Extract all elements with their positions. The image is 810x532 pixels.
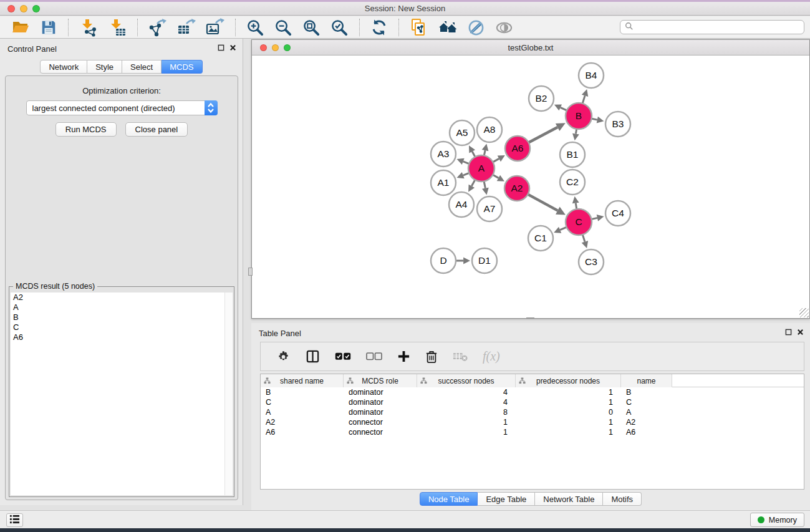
float-panel-icon[interactable]: [218, 44, 224, 51]
table-cell[interactable]: 1: [417, 427, 516, 437]
graph-edge-A-A1[interactable]: [457, 172, 471, 178]
table-row[interactable]: A2connector11A2: [261, 417, 804, 427]
import-table-button[interactable]: [105, 17, 130, 38]
table-cell[interactable]: dominator: [344, 397, 417, 407]
add-button[interactable]: [392, 347, 416, 365]
graph-node-B3[interactable]: B3: [605, 112, 630, 137]
close-table-panel-icon[interactable]: [797, 329, 804, 336]
preview-button[interactable]: [492, 17, 516, 38]
table-row[interactable]: Cdominator41C: [261, 397, 804, 407]
table-cell[interactable]: 4: [417, 397, 516, 407]
graph-node-A[interactable]: A: [468, 155, 494, 181]
zoom-check-button[interactable]: [327, 17, 352, 38]
settings-button[interactable]: [271, 347, 296, 366]
column-header-name[interactable]: name: [621, 374, 672, 387]
graph-node-C2[interactable]: C2: [560, 170, 585, 195]
graph-edge-C-C1[interactable]: [554, 226, 567, 233]
columns-button[interactable]: [300, 347, 325, 366]
graph-edge-B-B2[interactable]: [554, 104, 568, 111]
search-input[interactable]: [637, 21, 804, 33]
table-cell[interactable]: connector: [344, 427, 417, 437]
graph-edge-D-D1[interactable]: [455, 258, 470, 264]
column-header-successor-nodes[interactable]: successor nodes: [417, 374, 516, 387]
zoom-in-button[interactable]: [243, 17, 268, 38]
column-header-predecessor-nodes[interactable]: predecessor nodes: [516, 374, 621, 387]
table-cell[interactable]: 1: [516, 387, 621, 397]
graph-node-C[interactable]: C: [566, 209, 592, 235]
graph-node-B1[interactable]: B1: [560, 142, 585, 167]
table-cell[interactable]: dominator: [344, 387, 417, 397]
mcds-result-item[interactable]: C: [11, 322, 224, 332]
close-panel-icon[interactable]: [229, 44, 236, 51]
table-cell[interactable]: 4: [417, 387, 516, 397]
home-button[interactable]: [435, 17, 460, 38]
mcds-result-item[interactable]: B: [11, 312, 224, 322]
mcds-result-item[interactable]: A6: [11, 332, 224, 342]
tab-motifs[interactable]: Motifs: [603, 492, 642, 506]
table-row[interactable]: A6connector11A6: [261, 427, 804, 437]
table-cell[interactable]: C: [621, 397, 672, 407]
graph-edge-A-A7[interactable]: [482, 180, 489, 195]
graph-edge-A-A6[interactable]: [492, 155, 505, 163]
table-cell[interactable]: B: [261, 387, 344, 397]
table-cell[interactable]: 1: [516, 417, 621, 427]
column-header-MCDS-role[interactable]: MCDS role: [344, 374, 417, 387]
graph-node-C4[interactable]: C4: [605, 201, 630, 226]
result-scrollbar[interactable]: [224, 293, 233, 495]
table-cell[interactable]: C: [261, 397, 344, 407]
graph-node-A8[interactable]: A8: [477, 117, 502, 142]
network-window-titlebar[interactable]: testGlobe.txt: [252, 40, 809, 56]
mcds-result-item[interactable]: A2: [11, 293, 224, 302]
canvas-h-scroll-thumb[interactable]: [526, 317, 534, 318]
table-cell[interactable]: A2: [261, 417, 344, 427]
graph-node-A3[interactable]: A3: [431, 142, 456, 167]
graph-edge-A-A4[interactable]: [468, 179, 476, 192]
float-table-panel-icon[interactable]: [785, 329, 792, 336]
graph-node-C1[interactable]: C1: [528, 226, 553, 251]
table-cell[interactable]: A: [621, 407, 672, 417]
graph-edge-B-B4[interactable]: [582, 89, 588, 105]
delete-button[interactable]: [420, 347, 443, 366]
graph-edge-C-C3[interactable]: [582, 233, 588, 248]
refresh-button[interactable]: [367, 17, 391, 37]
graph-edge-A6-B[interactable]: [528, 123, 566, 143]
network-canvas[interactable]: AA1A2A3A4A5A6A7A8BB1B2B3B4CC1C2C3C4DD1: [252, 56, 809, 318]
mcds-result-list[interactable]: A2ABCA6: [11, 293, 224, 495]
open-button[interactable]: [8, 17, 33, 38]
import-network-button[interactable]: [76, 17, 101, 38]
task-history-button[interactable]: [6, 513, 23, 527]
graph-node-A6[interactable]: A6: [505, 136, 530, 161]
table-cell[interactable]: 1: [516, 427, 621, 437]
graph-node-B4[interactable]: B4: [579, 63, 604, 88]
graph-node-B2[interactable]: B2: [529, 86, 554, 111]
graph-edge-A-A5[interactable]: [469, 145, 476, 158]
deselect-all-button[interactable]: [360, 350, 388, 364]
table-row[interactable]: Bdominator41B: [261, 387, 804, 397]
graph-node-A1[interactable]: A1: [431, 170, 456, 195]
mcds-result-item[interactable]: A: [11, 302, 224, 312]
table-cell[interactable]: connector: [344, 417, 417, 427]
tab-select[interactable]: Select: [122, 60, 162, 74]
graph-node-D[interactable]: D: [431, 248, 456, 273]
export-image-button[interactable]: [203, 17, 228, 38]
graph-node-A5[interactable]: A5: [450, 120, 475, 145]
table-row[interactable]: Adominator80A: [261, 407, 804, 417]
column-header-shared-name[interactable]: shared name: [261, 374, 344, 387]
export-table-button[interactable]: [174, 17, 199, 38]
tab-mcds[interactable]: MCDS: [162, 60, 202, 74]
graph-node-C3[interactable]: C3: [579, 249, 604, 274]
table-cell[interactable]: A: [261, 407, 344, 417]
graph-edge-A-A3[interactable]: [457, 158, 471, 165]
graph-node-A2[interactable]: A2: [504, 176, 529, 201]
criterion-select[interactable]: largest connected component (directed): [26, 100, 218, 115]
window-resize-grip[interactable]: [799, 308, 809, 317]
graph-node-A4[interactable]: A4: [449, 192, 474, 217]
table-cell[interactable]: dominator: [344, 407, 417, 417]
tab-node-table[interactable]: Node Table: [420, 492, 478, 506]
zoom-fit-button[interactable]: [299, 17, 324, 38]
memory-button[interactable]: Memory: [750, 513, 804, 527]
tab-network[interactable]: Network: [40, 60, 87, 74]
select-all-button[interactable]: [329, 350, 357, 364]
table-cell[interactable]: 1: [417, 417, 516, 427]
graph-node-A7[interactable]: A7: [477, 196, 502, 221]
